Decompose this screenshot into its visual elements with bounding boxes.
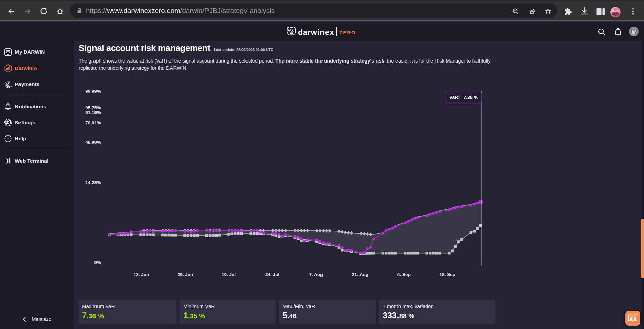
svg-text:18. Sep: 18. Sep [439,272,455,277]
svg-text:91.16%: 91.16% [85,110,101,115]
svg-text:7.36 %: 7.36 % [463,95,478,100]
svg-text:48.90%: 48.90% [85,140,101,145]
svg-text:7. Aug: 7. Aug [309,272,323,277]
svg-text:78.01%: 78.01% [85,120,101,125]
svg-text:VaR:: VaR: [449,95,460,100]
svg-text:10. Jul: 10. Jul [222,272,236,277]
svg-text:99.99%: 99.99% [85,89,101,94]
svg-text:24. Jul: 24. Jul [265,272,279,277]
svg-text:95.75%: 95.75% [85,105,101,110]
svg-text:0%: 0% [94,260,101,265]
svg-text:14.28%: 14.28% [85,180,101,185]
svg-text:4. Sep: 4. Sep [397,272,411,277]
svg-text:21. Aug: 21. Aug [352,272,368,277]
svg-text:12. Jun: 12. Jun [134,272,149,277]
svg-text:26. Jun: 26. Jun [178,272,193,277]
